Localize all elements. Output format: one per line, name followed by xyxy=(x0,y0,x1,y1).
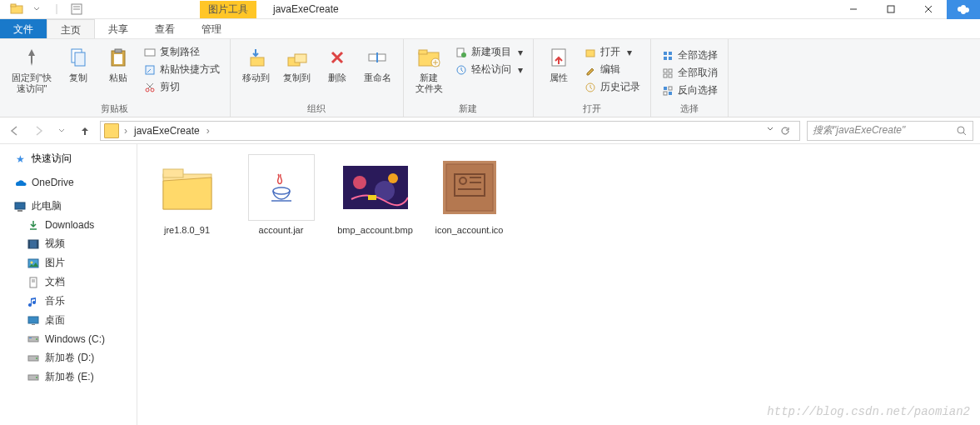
svg-point-57 xyxy=(31,261,33,263)
svg-rect-46 xyxy=(664,92,667,95)
properties-icon xyxy=(545,44,572,71)
nav-pictures[interactable]: 图片 xyxy=(0,253,137,272)
shortcut-icon xyxy=(143,63,157,77)
select-none-icon xyxy=(661,67,674,80)
file-item-bmp[interactable]: bmp_account.bmp xyxy=(336,154,415,236)
paste-shortcut-button[interactable]: 粘贴快捷方式 xyxy=(140,62,223,78)
nav-drive-c[interactable]: Windows (C:) xyxy=(0,330,137,348)
svg-rect-36 xyxy=(664,52,667,55)
tab-share[interactable]: 共享 xyxy=(95,19,142,38)
chevron-right-icon[interactable]: › xyxy=(121,125,131,137)
svg-point-65 xyxy=(36,338,37,340)
svg-point-77 xyxy=(388,173,398,183)
group-clipboard: 固定到"快 速访问" 复制 粘贴 复制路径 粘贴快捷方式 剪切 剪贴板 xyxy=(0,39,231,117)
file-item-folder[interactable]: jre1.8.0_91 xyxy=(147,154,226,236)
maximize-button[interactable] xyxy=(872,0,909,19)
history-button[interactable]: 历史记录 xyxy=(580,79,644,95)
properties-button[interactable]: 属性 xyxy=(540,42,577,85)
drive-icon xyxy=(27,371,40,384)
svg-rect-54 xyxy=(28,240,30,248)
up-button[interactable] xyxy=(77,122,93,139)
copy-to-button[interactable]: 复制到 xyxy=(278,42,316,85)
cut-button[interactable]: 剪切 xyxy=(140,79,223,95)
watermark: http://blog.csdn.net/paomian2 xyxy=(767,405,970,418)
drive-icon xyxy=(27,352,40,365)
breadcrumb-item[interactable]: javaExeCreate xyxy=(132,125,201,137)
delete-button[interactable]: 删除 xyxy=(319,42,356,85)
search-icon[interactable] xyxy=(956,125,968,137)
search-input[interactable]: 搜索"javaExeCreate" xyxy=(807,121,973,141)
select-none-button[interactable]: 全部取消 xyxy=(658,65,721,81)
address-bar: › javaExeCreate › 搜索"javaExeCreate" xyxy=(0,118,980,144)
separator xyxy=(50,2,63,16)
context-tab-pictures[interactable]: 图片工具 xyxy=(200,1,256,18)
tab-manage[interactable]: 管理 xyxy=(188,19,235,38)
file-list[interactable]: jre1.8.0_91 account.jar bmp_account.bmp … xyxy=(137,144,980,425)
svg-rect-1 xyxy=(11,4,16,7)
chevron-right-icon[interactable]: › xyxy=(203,125,213,137)
open-button[interactable]: 打开▾ xyxy=(580,44,644,60)
pin-quickaccess-button[interactable]: 固定到"快 速访问" xyxy=(7,42,57,96)
nav-videos[interactable]: 视频 xyxy=(0,234,137,253)
nav-onedrive[interactable]: OneDrive xyxy=(0,173,137,192)
nav-drive-d[interactable]: 新加卷 (D:) xyxy=(0,348,137,368)
file-item-ico[interactable]: icon_account.ico xyxy=(430,154,509,236)
svg-rect-42 xyxy=(664,74,667,78)
recent-dropdown[interactable] xyxy=(53,122,70,139)
nav-downloads[interactable]: Downloads xyxy=(0,216,137,234)
music-icon xyxy=(27,295,40,308)
move-to-button[interactable]: 移动到 xyxy=(237,42,275,85)
select-all-button[interactable]: 全部选择 xyxy=(658,48,721,63)
copy-button[interactable]: 复制 xyxy=(60,42,97,85)
tab-file[interactable]: 文件 xyxy=(0,19,47,38)
svg-rect-41 xyxy=(669,69,672,72)
paste-icon xyxy=(105,44,132,71)
nav-quick-access[interactable]: ★快速访问 xyxy=(0,149,137,168)
svg-rect-61 xyxy=(28,317,38,323)
svg-rect-38 xyxy=(664,57,667,60)
star-icon: ★ xyxy=(13,152,27,166)
chevron-down-icon: ▾ xyxy=(518,47,523,58)
copy-path-button[interactable]: 复制路径 xyxy=(140,44,223,60)
new-folder-button[interactable]: 新建 文件夹 xyxy=(410,42,448,96)
nav-desktop[interactable]: 桌面 xyxy=(0,311,137,330)
content-area: ★快速访问 OneDrive 此电脑 Downloads 视频 图片 文档 音乐… xyxy=(0,144,980,425)
chevron-down-icon[interactable] xyxy=(766,125,774,137)
folder-icon xyxy=(104,123,119,138)
nav-music[interactable]: 音乐 xyxy=(0,292,137,311)
svg-point-20 xyxy=(151,88,154,92)
breadcrumb[interactable]: › javaExeCreate › xyxy=(100,121,800,141)
tab-view[interactable]: 查看 xyxy=(142,19,188,38)
dropdown-icon[interactable] xyxy=(30,2,43,16)
close-button[interactable] xyxy=(909,0,947,19)
folder-thumb xyxy=(154,154,221,221)
new-item-button[interactable]: 新建项目▾ xyxy=(451,44,526,60)
titlebar: 图片工具 javaExeCreate xyxy=(0,0,980,19)
folder-icon xyxy=(10,2,23,16)
svg-rect-7 xyxy=(888,6,894,12)
forward-button[interactable] xyxy=(30,122,47,139)
paste-button[interactable]: 粘贴 xyxy=(100,42,137,85)
svg-point-30 xyxy=(461,52,466,58)
easy-access-button[interactable]: 轻松访问▾ xyxy=(451,62,526,78)
nav-this-pc[interactable]: 此电脑 xyxy=(0,197,137,216)
properties-icon[interactable] xyxy=(70,2,83,16)
svg-rect-15 xyxy=(115,49,122,52)
group-select: 全部选择 全部取消 反向选择 选择 xyxy=(651,39,729,117)
back-button[interactable] xyxy=(7,122,23,139)
rename-button[interactable]: 重命名 xyxy=(359,42,396,85)
svg-point-11 xyxy=(961,9,966,14)
svg-rect-40 xyxy=(664,69,667,72)
minimize-button[interactable] xyxy=(834,0,872,19)
tab-home[interactable]: 主页 xyxy=(47,19,95,38)
svg-rect-55 xyxy=(37,240,38,248)
open-icon xyxy=(584,46,597,59)
refresh-icon[interactable] xyxy=(779,125,791,137)
file-item-jar[interactable]: account.jar xyxy=(241,154,321,236)
svg-point-75 xyxy=(353,176,366,189)
nav-drive-e[interactable]: 新加卷 (E:) xyxy=(0,368,137,387)
nav-documents[interactable]: 文档 xyxy=(0,272,137,292)
baidu-cloud-icon[interactable] xyxy=(947,0,980,19)
invert-selection-button[interactable]: 反向选择 xyxy=(658,82,721,98)
edit-button[interactable]: 编辑 xyxy=(580,62,644,78)
